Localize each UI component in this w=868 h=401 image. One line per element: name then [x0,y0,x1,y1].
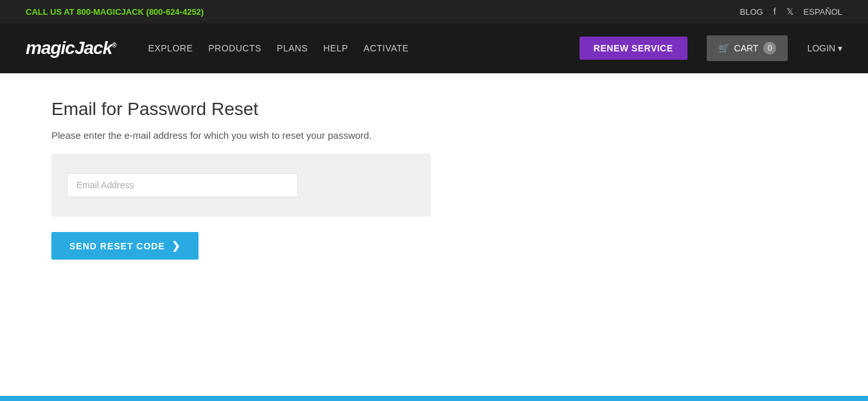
nav-activate[interactable]: ACTIVATE [364,43,409,53]
nav-explore[interactable]: EXPLORE [148,43,193,53]
renew-button[interactable]: RENEW SERVICE [580,37,687,60]
cart-count: 0 [763,42,776,55]
chevron-right-icon: ❯ [172,240,181,252]
main-nav: magicJack® EXPLORE PRODUCTS PLANS HELP A… [0,23,868,73]
top-bar: CALL US AT 800-MAGICJACK (800-624-4252) … [0,0,868,23]
logo[interactable]: magicJack® [26,38,116,58]
email-input[interactable] [67,173,298,197]
login-button[interactable]: LOGIN ▾ [807,43,842,53]
cart-button[interactable]: 🛒 CART 0 [707,35,788,61]
nav-plans[interactable]: PLANS [277,43,308,53]
nav-links: EXPLORE PRODUCTS PLANS HELP ACTIVATE [148,43,560,53]
page-title: Email for Password Reset [51,99,527,120]
top-bar-links: BLOG f 𝕏 ESPAÑOL [740,6,842,17]
blog-link[interactable]: BLOG [740,7,763,17]
main-content: Email for Password Reset Please enter th… [0,73,578,285]
cart-icon: 🛒 [718,43,729,53]
espanol-link[interactable]: ESPAÑOL [804,7,842,17]
nav-products[interactable]: PRODUCTS [208,43,261,53]
facebook-icon[interactable]: f [774,6,776,17]
page-description: Please enter the e-mail address for whic… [51,130,527,141]
cart-label: CART [734,43,759,53]
send-reset-button[interactable]: SEND RESET CODE ❯ [51,232,199,260]
form-box [51,154,430,217]
chevron-down-icon: ▾ [838,43,842,53]
nav-help[interactable]: HELP [323,43,348,53]
twitter-icon[interactable]: 𝕏 [786,6,793,17]
phone-link[interactable]: CALL US AT 800-MAGICJACK (800-624-4252) [26,7,204,17]
